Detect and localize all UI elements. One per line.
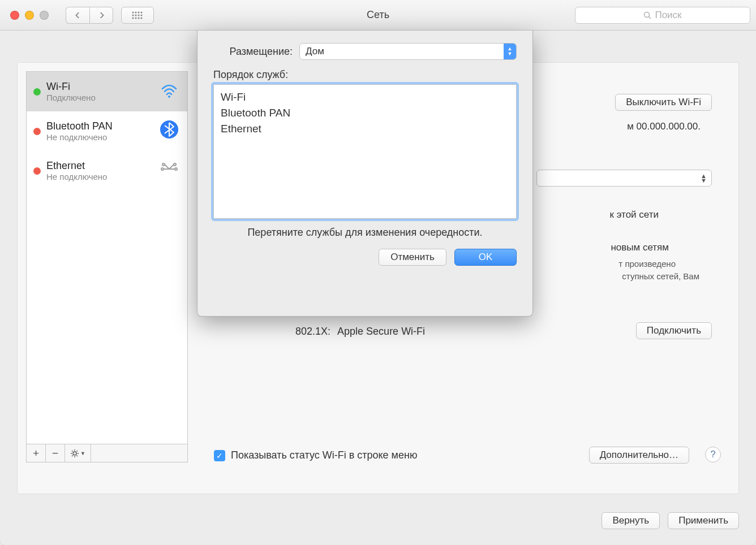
svg-point-12	[645, 12, 650, 17]
traffic-lights	[10, 11, 49, 20]
search-icon	[643, 11, 651, 19]
gear-icon	[70, 449, 79, 458]
svg-point-3	[140, 11, 142, 13]
chevron-right-icon	[98, 12, 105, 19]
svg-point-16	[162, 163, 165, 166]
svg-point-10	[138, 17, 139, 19]
wifi-status-area: Выключить Wi-Fi	[615, 94, 712, 111]
svg-point-4	[132, 14, 134, 16]
svg-point-11	[140, 17, 142, 19]
remove-service-button[interactable]: −	[46, 444, 65, 462]
svg-point-6	[138, 14, 139, 16]
titlebar: Сеть Поиск	[0, 0, 756, 31]
ok-button[interactable]: OK	[454, 249, 517, 266]
chevron-left-icon	[75, 12, 81, 19]
select-arrows-icon: ▲▼	[701, 174, 707, 183]
svg-line-25	[72, 451, 73, 452]
service-status: Не подключено	[46, 132, 152, 142]
service-status: Подключено	[46, 93, 152, 102]
list-item[interactable]: Ethernet	[221, 121, 509, 137]
zoom-window-button[interactable]	[40, 11, 49, 20]
revert-button[interactable]: Вернуть	[602, 512, 660, 529]
advanced-button[interactable]: Дополнительно…	[589, 447, 689, 464]
svg-point-2	[138, 11, 139, 13]
svg-point-0	[132, 11, 134, 13]
list-item[interactable]: Bluetooth PAN	[221, 105, 509, 121]
search-placeholder: Поиск	[655, 10, 681, 21]
nav-buttons	[66, 7, 113, 24]
show-status-label: Показывать статус Wi-Fi в строке меню	[231, 449, 417, 461]
sidebar-item-ethernet[interactable]: Ethernet Не подключено	[27, 151, 187, 191]
partial-text-1: к этой сети	[610, 209, 659, 220]
svg-point-14	[168, 96, 170, 98]
bluetooth-icon	[158, 119, 181, 144]
status-dot-connected	[33, 88, 41, 96]
svg-point-20	[73, 452, 76, 455]
drag-hint: Перетяните службы для изменения очередно…	[213, 227, 517, 239]
show-status-checkbox[interactable]: ✓	[214, 450, 225, 461]
footer-buttons: Вернуть Применить	[602, 512, 739, 529]
minimize-window-button[interactable]	[25, 11, 34, 20]
partial-text-3a: т произведено	[618, 259, 676, 269]
svg-line-27	[72, 455, 73, 456]
service-name: Ethernet	[46, 160, 152, 172]
turn-off-wifi-button[interactable]: Выключить Wi-Fi	[615, 94, 712, 111]
partial-text-2: новым сетям	[611, 242, 669, 253]
svg-point-1	[135, 11, 136, 13]
service-order-dialog: Размещение: Дом ▲▼ Порядок служб: Wi-Fi …	[197, 31, 533, 317]
location-select[interactable]: Дом ▲▼	[299, 43, 517, 60]
8021x-value: Apple Secure Wi-Fi	[337, 326, 425, 338]
partial-text-3b: ступных сетей, Вам	[622, 271, 699, 281]
status-dot-disconnected	[33, 167, 41, 175]
ethernet-icon	[158, 159, 181, 183]
svg-line-13	[649, 16, 651, 19]
back-button[interactable]	[66, 7, 89, 24]
sidebar-item-bluetooth-pan[interactable]: Bluetooth PAN Не подключено	[27, 111, 187, 151]
svg-point-5	[135, 14, 136, 16]
grid-icon	[131, 11, 144, 20]
sidebar-toolbar: + − ▼	[27, 444, 187, 462]
list-item[interactable]: Wi-Fi	[221, 89, 509, 105]
location-label: Размещение:	[213, 46, 293, 58]
svg-point-18	[161, 168, 164, 170]
sidebar-item-wifi[interactable]: Wi-Fi Подключено	[27, 72, 187, 111]
service-actions-button[interactable]: ▼	[65, 444, 91, 462]
svg-point-9	[135, 17, 136, 19]
search-field[interactable]: Поиск	[575, 7, 750, 24]
svg-point-8	[132, 17, 134, 19]
svg-point-7	[140, 14, 142, 16]
svg-line-26	[77, 455, 78, 456]
wifi-icon	[158, 80, 181, 104]
service-status: Не подключено	[46, 172, 152, 181]
select-arrows-icon: ▲▼	[504, 44, 516, 59]
svg-point-19	[175, 168, 177, 170]
connect-button[interactable]: Подключить	[636, 322, 712, 339]
8021x-label: 802.1X:	[295, 326, 330, 338]
location-value: Дом	[306, 46, 324, 57]
network-preferences-window: Сеть Поиск Wi-Fi Подключено Bluetooth PA…	[0, 0, 756, 545]
apply-button[interactable]: Применить	[668, 512, 739, 529]
close-window-button[interactable]	[10, 11, 19, 20]
service-order-label: Порядок служб:	[213, 69, 517, 81]
8021x-row: 802.1X: Apple Secure Wi-Fi	[295, 326, 425, 338]
show-wifi-status-row: ✓ Показывать статус Wi-Fi в строке меню	[214, 449, 417, 461]
svg-point-17	[174, 163, 176, 166]
services-sidebar: Wi-Fi Подключено Bluetooth PAN Не подклю…	[26, 71, 188, 462]
service-name: Bluetooth PAN	[46, 120, 152, 132]
forward-button[interactable]	[89, 7, 113, 24]
service-name: Wi-Fi	[46, 81, 152, 93]
ip-text-fragment: м 00.000.000.00.	[627, 121, 701, 132]
add-service-button[interactable]: +	[27, 444, 46, 462]
cancel-button[interactable]: Отменить	[379, 249, 446, 266]
help-button[interactable]: ?	[705, 447, 721, 462]
show-all-button[interactable]	[121, 7, 154, 24]
chevron-down-icon: ▼	[80, 451, 85, 456]
service-order-list[interactable]: Wi-Fi Bluetooth PAN Ethernet	[213, 84, 517, 219]
status-dot-disconnected	[33, 128, 41, 135]
svg-line-28	[77, 451, 78, 452]
network-select[interactable]: ▲▼	[536, 170, 712, 187]
